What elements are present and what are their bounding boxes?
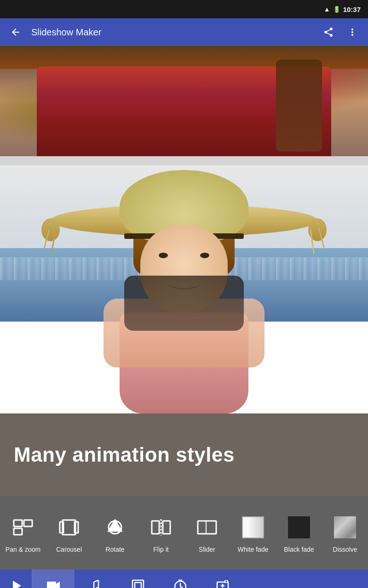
svg-rect-4 (60, 522, 63, 533)
rotate-icon-wrapper (100, 513, 130, 542)
svg-rect-5 (75, 522, 78, 533)
flip-label: Flip it (153, 546, 168, 553)
white-fade-icon (242, 516, 264, 538)
scarf (124, 276, 244, 331)
pan-zoom-label: Pan & zoom (6, 546, 40, 553)
svg-rect-9 (163, 521, 170, 534)
carousel-label: Carousel (56, 546, 82, 553)
rotate-label: Rotate (105, 546, 124, 553)
svg-rect-19 (132, 580, 144, 588)
black-fade-icon-wrapper (284, 513, 314, 542)
dissolve-icon-wrapper (330, 513, 360, 542)
top-image (0, 46, 368, 156)
animation-label: Many animation styles (14, 443, 235, 466)
svg-rect-8 (152, 521, 159, 534)
tool-rotate[interactable]: Rotate (92, 513, 138, 553)
tool-flip-it[interactable]: Flip it (138, 513, 184, 553)
dissolve-icon (334, 516, 356, 538)
animation-toolbar: Pan & zoom Carousel Rotate (0, 496, 368, 570)
battery-icon: 🔋 (333, 6, 340, 13)
svg-line-23 (180, 587, 183, 588)
more-options-button[interactable] (344, 24, 361, 40)
black-fade-icon (288, 516, 310, 538)
svg-marker-13 (13, 581, 21, 588)
bottom-nav (0, 570, 368, 588)
status-time: 10:37 (343, 6, 361, 13)
photo-card: Many animation styles (0, 165, 368, 496)
tool-dissolve[interactable]: Dissolve (322, 513, 368, 553)
tool-carousel[interactable]: Carousel (46, 513, 92, 553)
play-button[interactable] (0, 570, 32, 588)
svg-marker-15 (56, 582, 60, 588)
svg-rect-0 (14, 520, 22, 526)
slider-label: Slider (199, 546, 215, 553)
tab-music[interactable] (75, 570, 117, 588)
flip-icon-wrapper (146, 513, 176, 542)
svg-rect-1 (24, 520, 32, 526)
svg-rect-2 (14, 528, 22, 535)
hair-top (276, 60, 322, 152)
carousel-icon-wrapper (54, 513, 84, 542)
nav-tabs (32, 570, 368, 588)
app-title: Slideshow Maker (31, 27, 313, 38)
fringe-left (41, 218, 60, 241)
tab-add[interactable] (201, 570, 244, 588)
svg-line-18 (94, 580, 98, 582)
wifi-icon: ▲ (324, 6, 330, 13)
tool-slider[interactable]: Slider (184, 513, 230, 553)
tool-white-fade[interactable]: White fade (230, 513, 276, 553)
back-button[interactable] (7, 24, 24, 40)
tab-frames[interactable] (117, 570, 159, 588)
tool-pan-zoom[interactable]: Pan & zoom (0, 513, 46, 553)
left-eye (159, 253, 168, 258)
slider-icon-wrapper (192, 513, 222, 542)
black-fade-label: Black fade (284, 546, 314, 553)
main-content: Many animation styles (0, 46, 368, 496)
status-icons: ▲ 🔋 10:37 (324, 6, 361, 13)
tab-timer[interactable] (159, 570, 201, 588)
right-eye (200, 253, 209, 258)
white-fade-icon-wrapper (238, 513, 268, 542)
svg-rect-14 (47, 582, 56, 588)
status-bar: ▲ 🔋 10:37 (0, 0, 368, 18)
pan-zoom-icon-wrapper (8, 513, 38, 542)
svg-rect-3 (63, 520, 75, 535)
white-fade-label: White fade (238, 546, 269, 553)
dissolve-label: Dissolve (333, 546, 357, 553)
svg-rect-20 (135, 582, 141, 588)
svg-marker-6 (109, 520, 121, 531)
separator (0, 156, 368, 165)
text-overlay: Many animation styles (0, 413, 368, 496)
tool-black-fade[interactable]: Black fade (276, 513, 322, 553)
tab-video[interactable] (32, 570, 75, 588)
svg-rect-11 (198, 521, 216, 534)
app-bar: Slideshow Maker (0, 18, 368, 46)
share-button[interactable] (320, 24, 337, 40)
